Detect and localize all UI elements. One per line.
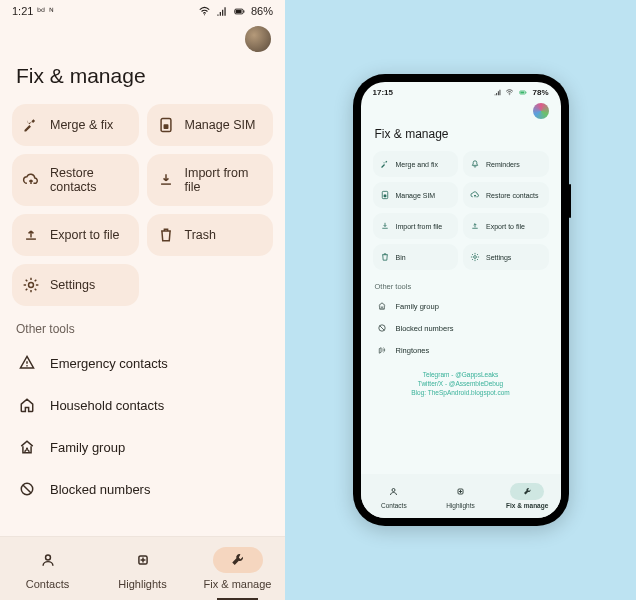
avatar[interactable]	[533, 103, 549, 119]
status-notif-icon: ᴺ	[49, 6, 54, 17]
tools-icon	[380, 159, 390, 169]
tool-label: Blocked numbers	[50, 482, 150, 497]
download-icon	[157, 171, 175, 189]
card-label: Bin	[396, 254, 406, 261]
avatar[interactable]	[245, 26, 271, 52]
section-title-other-tools: Other tools	[0, 306, 285, 342]
card-label: Manage SIM	[396, 192, 436, 199]
ringtone-icon	[377, 345, 387, 355]
card-restore-contacts[interactable]: Restore contacts	[463, 182, 549, 208]
wifi-icon	[505, 88, 514, 97]
left-phone-screenshot: 1:21 ᵇᵈ ᴺ 86% Fix & manage Merge & fix M…	[0, 0, 285, 600]
section-title-other-tools: Other tools	[361, 270, 561, 295]
card-merge-fix[interactable]: Merge & fix	[12, 104, 139, 146]
card-trash[interactable]: Trash	[147, 214, 274, 256]
card-label: Settings	[486, 254, 511, 261]
card-import-file[interactable]: Import from file	[373, 213, 459, 239]
card-import-file[interactable]: Import from file	[147, 154, 274, 206]
credit-line: Telegram - @GappsLeaks	[369, 371, 553, 380]
status-battery: 86%	[251, 5, 273, 17]
nav-label: Contacts	[381, 502, 407, 509]
nav-highlights[interactable]: Highlights	[427, 474, 494, 518]
nav-label: Fix & manage	[204, 578, 272, 590]
wrench-icon	[229, 551, 247, 569]
cloud-up-icon	[22, 171, 40, 189]
status-time: 17:15	[373, 88, 393, 97]
nav-label: Highlights	[446, 502, 475, 509]
card-label: Manage SIM	[185, 118, 256, 132]
signal-icon	[215, 5, 228, 18]
sparkle-icon	[455, 486, 466, 497]
nav-highlights[interactable]: Highlights	[95, 537, 190, 600]
cloud-up-icon	[470, 190, 480, 200]
status-bar: 17:15 78%	[361, 82, 561, 100]
tool-family-group[interactable]: Family group	[369, 295, 553, 317]
nav-contacts[interactable]: Contacts	[0, 537, 95, 600]
wifi-icon	[198, 5, 211, 18]
card-restore-contacts[interactable]: Restore contacts	[12, 154, 139, 206]
tool-ringtones[interactable]: Ringtones	[369, 339, 553, 361]
card-label: Merge & fix	[50, 118, 113, 132]
card-label: Import from file	[396, 223, 443, 230]
card-label: Reminders	[486, 161, 520, 168]
status-battery: 78%	[532, 88, 548, 97]
tool-emergency-contacts[interactable]: Emergency contacts	[6, 342, 279, 384]
tool-blocked-numbers[interactable]: Blocked numbers	[369, 317, 553, 339]
person-icon	[39, 551, 57, 569]
signal-icon	[493, 88, 502, 97]
card-label: Export to file	[50, 228, 119, 242]
tool-label: Family group	[50, 440, 125, 455]
card-manage-sim[interactable]: Manage SIM	[373, 182, 459, 208]
download-icon	[380, 221, 390, 231]
card-reminders[interactable]: Reminders	[463, 151, 549, 177]
card-label: Restore contacts	[50, 166, 129, 194]
tool-label: Blocked numbers	[396, 324, 454, 333]
gear-icon	[22, 276, 40, 294]
status-bar: 1:21 ᵇᵈ ᴺ 86%	[0, 0, 285, 22]
card-bin[interactable]: Bin	[373, 244, 459, 270]
tool-label: Household contacts	[50, 398, 164, 413]
tool-label: Emergency contacts	[50, 356, 168, 371]
card-merge-fix[interactable]: Merge and fix	[373, 151, 459, 177]
card-settings[interactable]: Settings	[463, 244, 549, 270]
card-manage-sim[interactable]: Manage SIM	[147, 104, 274, 146]
status-notif-icon: ᵇᵈ	[37, 6, 45, 17]
status-time: 1:21	[12, 5, 33, 17]
tool-label: Family group	[396, 302, 439, 311]
wrench-icon	[522, 486, 533, 497]
nav-fix-manage[interactable]: Fix & manage	[494, 474, 561, 518]
credit-line: Twitter/X - @AssembleDebug	[369, 380, 553, 389]
card-label: Export to file	[486, 223, 525, 230]
card-settings[interactable]: Settings	[12, 264, 139, 306]
person-icon	[388, 486, 399, 497]
nav-contacts[interactable]: Contacts	[361, 474, 428, 518]
action-grid: Merge & fix Manage SIM Restore contacts …	[0, 104, 285, 306]
nav-label: Highlights	[118, 578, 166, 590]
tool-family-group[interactable]: Family group	[6, 426, 279, 468]
credit-line: Blog: TheSpAndroid.blogspot.com	[369, 389, 553, 398]
family-icon	[377, 301, 387, 311]
bottom-nav: Contacts Highlights Fix & manage	[0, 536, 285, 600]
battery-icon	[232, 5, 247, 18]
block-icon	[18, 480, 36, 498]
phone-mockup: 17:15 78% Fix & manage Merge and fix	[353, 74, 569, 526]
card-label: Trash	[185, 228, 217, 242]
home-icon	[18, 396, 36, 414]
battery-icon	[517, 88, 529, 97]
tool-household-contacts[interactable]: Household contacts	[6, 384, 279, 426]
page-title: Fix & manage	[0, 54, 285, 104]
page-title: Fix & manage	[361, 119, 561, 151]
nav-label: Contacts	[26, 578, 69, 590]
trash-icon	[380, 252, 390, 262]
gear-icon	[470, 252, 480, 262]
emergency-icon	[18, 354, 36, 372]
card-export-file[interactable]: Export to file	[12, 214, 139, 256]
phone-screen: 17:15 78% Fix & manage Merge and fix	[361, 82, 561, 518]
card-label: Import from file	[185, 166, 264, 194]
family-icon	[18, 438, 36, 456]
bottom-nav: Contacts Highlights Fix & manage	[361, 474, 561, 518]
tool-blocked-numbers[interactable]: Blocked numbers	[6, 468, 279, 510]
card-export-file[interactable]: Export to file	[463, 213, 549, 239]
sim-icon	[157, 116, 175, 134]
nav-fix-manage[interactable]: Fix & manage	[190, 537, 285, 600]
